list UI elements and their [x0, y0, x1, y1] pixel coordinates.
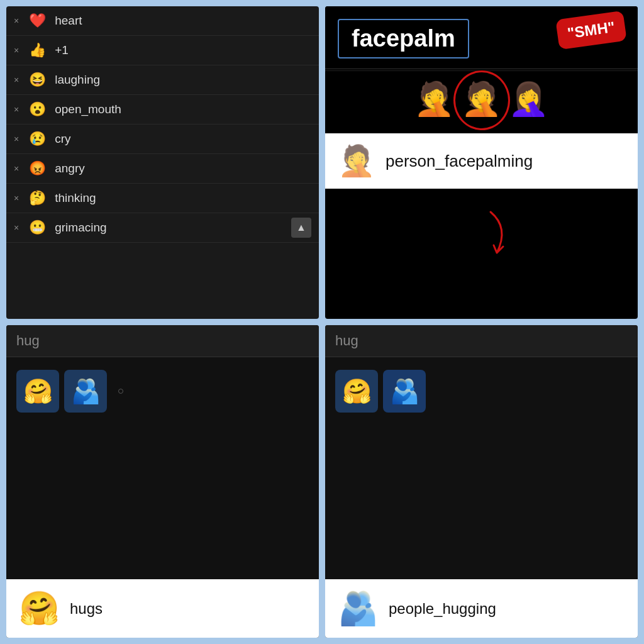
laughing-emoji: 😆	[29, 72, 46, 88]
hug-right-emoji-box-2[interactable]: 🫂	[383, 370, 426, 413]
laughing-label: laughing	[55, 73, 100, 87]
people-hugging-name: people_hugging	[389, 600, 496, 618]
angry-emoji: 😡	[29, 160, 46, 177]
hug-left-info: 🤗 hugs	[6, 579, 319, 638]
hug-emoji-box-2[interactable]: 🫂	[64, 370, 107, 413]
open-mouth-emoji: 😮	[29, 101, 46, 118]
facepalm-info-name: person_facepalming	[386, 152, 533, 171]
hug-right-info: 🫂 people_hugging	[325, 579, 638, 638]
facepalm-emoji-2: 🤦	[461, 80, 502, 118]
hug-right-emoji-box-1[interactable]: 🤗	[335, 370, 378, 413]
list-item: × 🤔 thinking	[6, 184, 319, 213]
hug-right-emoji-row: 🤗 🫂	[325, 357, 638, 425]
list-item: × ❤️ heart	[6, 6, 319, 36]
thinking-emoji: 🤔	[29, 190, 46, 206]
facepalm-title-section: facepalm "SMH"	[325, 6, 638, 69]
facepalm-title: facepalm	[352, 25, 455, 52]
thinking-label: thinking	[55, 191, 96, 205]
facepalm-emoji-3: 🤦‍♀️	[508, 80, 549, 118]
facepalm-info-section: 🤦 person_facepalming	[325, 133, 638, 189]
hug-emoji-box-1[interactable]: 🤗	[16, 370, 59, 413]
remove-open-mouth-button[interactable]: ×	[14, 104, 19, 114]
hugs-emoji: 🤗	[19, 589, 60, 628]
grimacing-label: grimacing	[55, 221, 106, 235]
remove-cry-button[interactable]: ×	[14, 134, 19, 144]
cry-emoji: 😢	[29, 131, 46, 147]
list-item: × 😬 grimacing ▲	[6, 213, 319, 243]
hug-left-emoji-row: 🤗 🫂	[6, 357, 319, 425]
remove-angry-button[interactable]: ×	[14, 164, 19, 174]
hugs-name: hugs	[70, 600, 103, 618]
thumbsup-label: +1	[55, 43, 69, 57]
hug-left-panel: hug 🤗 🫂 🤗 hugs	[6, 325, 319, 638]
facepalm-info-emoji: 🤦	[338, 143, 375, 179]
hug-left-header-text: hug	[16, 333, 40, 348]
remove-thinking-button[interactable]: ×	[14, 193, 19, 203]
remove-thumbsup-button[interactable]: ×	[14, 45, 19, 55]
people-hugging-emoji: 🫂	[338, 589, 379, 628]
hug-right-panel: hug 🤗 🫂 🫂 people_hugging	[325, 325, 638, 638]
heart-label: heart	[55, 14, 82, 28]
remove-grimacing-button[interactable]: ×	[14, 223, 19, 233]
remove-heart-button[interactable]: ×	[14, 16, 19, 26]
emoji-list-panel: × ❤️ heart × 👍 +1 × 😆 laughing × 😮 open_…	[6, 6, 319, 319]
smh-badge: "SMH"	[555, 11, 627, 50]
hug-right-header: hug	[325, 325, 638, 357]
red-arrow-annotation	[472, 209, 522, 259]
remove-laughing-button[interactable]: ×	[14, 75, 19, 85]
grimacing-emoji: 😬	[29, 219, 46, 236]
cry-label: cry	[55, 132, 70, 146]
hug-left-header: hug	[6, 325, 319, 357]
facepalm-panel: facepalm "SMH" 🤦 🤦 🤦‍♀️ 🤦 person_facepal…	[325, 6, 638, 319]
thumbsup-emoji: 👍	[29, 42, 46, 58]
open-mouth-label: open_mouth	[55, 103, 121, 116]
list-item: × 😮 open_mouth	[6, 95, 319, 125]
angry-label: angry	[55, 162, 85, 175]
heart-emoji: ❤️	[29, 13, 46, 29]
list-item: × 😡 angry	[6, 154, 319, 184]
facepalm-emoji-1: 🤦	[414, 80, 455, 118]
facepalm-emoji-section: 🤦 🤦 🤦‍♀️	[325, 74, 638, 131]
facepalm-title-box: facepalm	[338, 19, 469, 58]
emoji-list: × ❤️ heart × 👍 +1 × 😆 laughing × 😮 open_…	[6, 6, 319, 243]
list-item: × 😆 laughing	[6, 65, 319, 95]
small-circle-indicator	[118, 389, 123, 394]
hug-right-header-text: hug	[335, 333, 358, 348]
main-grid: × ❤️ heart × 👍 +1 × 😆 laughing × 😮 open_…	[0, 0, 644, 644]
scroll-up-button[interactable]: ▲	[291, 218, 311, 238]
list-item: × 😢 cry	[6, 125, 319, 154]
list-item: × 👍 +1	[6, 36, 319, 65]
